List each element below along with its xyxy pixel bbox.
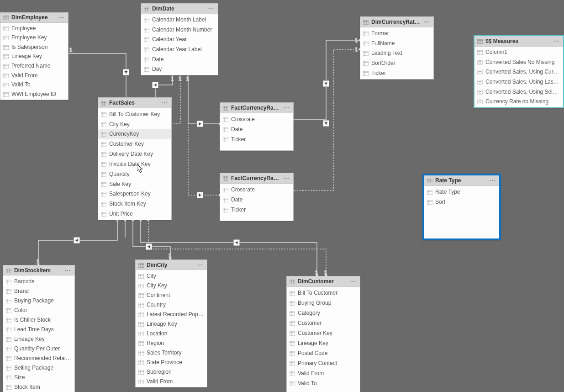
field-row[interactable]: Unit Price xyxy=(98,209,171,219)
table-header[interactable]: DimCustomer ··· xyxy=(287,276,360,287)
field-row[interactable]: Converted Sales, Using Current ... xyxy=(474,67,563,77)
field-row[interactable]: Selling Package xyxy=(3,363,74,372)
table-menu-button[interactable]: ··· xyxy=(423,19,431,25)
field-row[interactable]: City xyxy=(136,271,207,281)
field-row[interactable]: Employee Key xyxy=(0,33,68,42)
table-header[interactable]: $$ Measures ··· xyxy=(474,36,563,47)
table-header[interactable]: DimCity ··· xyxy=(136,260,207,270)
field-row[interactable]: Date xyxy=(220,124,293,134)
table-header[interactable]: FactSales ··· xyxy=(98,98,171,108)
table-dimemployee[interactable]: DimEmployee ··· EmployeeEmployee KeyIs S… xyxy=(0,12,69,100)
field-row[interactable]: Employee xyxy=(0,24,68,33)
table-ratetype[interactable]: Rate Type ··· Rate TypeSort xyxy=(422,174,501,240)
table-dimdate[interactable]: DimDate ··· Calendar Month LabelCalendar… xyxy=(141,3,218,75)
field-row[interactable]: Converted Sales, Using Last Rep... xyxy=(474,77,563,87)
field-row[interactable]: Date xyxy=(141,54,218,64)
field-row[interactable]: Valid To xyxy=(0,80,68,90)
field-row[interactable]: Customer xyxy=(287,318,360,328)
field-row[interactable]: Converted Sales, Using Selected... xyxy=(474,87,563,97)
field-row[interactable]: Customer Key xyxy=(287,328,360,338)
table-dimcurrencyrates[interactable]: DimCurrencyRates ··· FormatFullNameLeadi… xyxy=(360,16,434,79)
field-row[interactable]: Stock Item xyxy=(3,382,74,392)
field-row[interactable]: Lineage Key xyxy=(0,52,68,61)
field-row[interactable]: Valid To xyxy=(287,378,360,388)
field-row[interactable]: Bill To Customer Key xyxy=(98,109,171,119)
field-row[interactable]: Salesperson Key xyxy=(98,189,171,199)
table-factcurrencyrates[interactable]: FactCurrencyRates ··· CrossrateDateTicke… xyxy=(220,102,294,151)
table-menu-button[interactable]: ··· xyxy=(349,278,357,285)
field-row[interactable]: Valid From xyxy=(0,70,68,80)
field-row[interactable]: Quantity xyxy=(98,169,171,179)
field-row[interactable]: Preferred Name xyxy=(0,61,68,71)
field-row[interactable]: Country xyxy=(136,300,207,309)
table-header[interactable]: DimEmployee ··· xyxy=(0,13,68,23)
field-row[interactable]: Sort xyxy=(424,197,499,207)
field-row[interactable]: Currency Rate no Missing xyxy=(474,96,563,106)
field-row[interactable]: Calendar Year xyxy=(141,35,218,45)
field-row[interactable]: Lineage Key xyxy=(287,338,360,348)
table-menu-button[interactable]: ··· xyxy=(283,175,290,181)
field-row[interactable]: WWI Employee ID xyxy=(0,89,68,99)
table-header[interactable]: FactCurrencyRates ··· xyxy=(220,103,293,113)
table-header[interactable]: DimStockItem ··· xyxy=(3,265,74,275)
field-row[interactable]: Leading Text xyxy=(360,48,433,58)
field-row[interactable]: Lead Time Days xyxy=(3,324,74,334)
field-row[interactable]: City Key xyxy=(136,281,207,290)
field-row[interactable]: Calendar Month Label xyxy=(141,15,218,25)
table-menu-button[interactable]: ··· xyxy=(161,100,169,106)
field-row[interactable]: Postal Code xyxy=(287,348,360,358)
field-row[interactable]: Day xyxy=(141,64,218,74)
field-row[interactable]: Crossrate xyxy=(220,185,293,195)
field-row[interactable]: Color xyxy=(3,305,74,315)
table-menu-button[interactable]: ··· xyxy=(196,262,204,268)
table-menu-button[interactable]: ··· xyxy=(207,5,215,12)
field-row[interactable]: City Key xyxy=(98,119,171,129)
field-row[interactable]: Column1 xyxy=(474,48,563,58)
table-header[interactable]: DimDate ··· xyxy=(141,4,218,14)
field-row[interactable]: Primary Contact xyxy=(287,358,360,368)
table-factcurrencyrates-b[interactable]: FactCurrencyRates... ··· CrossrateDateTi… xyxy=(220,173,294,221)
table-measures[interactable]: $$ Measures ··· Column1Converted Sales N… xyxy=(474,35,564,108)
field-row[interactable]: Subregion xyxy=(136,367,207,376)
field-row[interactable]: SortOrder xyxy=(360,58,433,68)
field-row[interactable]: Calendar Month Number xyxy=(141,25,218,35)
table-menu-button[interactable]: ··· xyxy=(58,14,65,21)
table-menu-button[interactable]: ··· xyxy=(553,38,560,44)
field-row[interactable]: Valid From xyxy=(287,368,360,378)
field-row[interactable]: Size xyxy=(3,372,74,382)
field-row[interactable]: Converted Sales No Missing xyxy=(474,57,563,67)
table-header[interactable]: DimCurrencyRates ··· xyxy=(360,17,433,27)
field-row[interactable]: Brand xyxy=(3,286,74,296)
field-row[interactable]: Quantity Per Outer xyxy=(3,344,74,353)
table-factsales[interactable]: FactSales ··· Bill To Customer KeyCity K… xyxy=(98,97,172,220)
field-row[interactable]: Customer Key xyxy=(98,139,171,149)
field-row[interactable]: Buying Package xyxy=(3,296,74,305)
table-menu-button[interactable]: ··· xyxy=(64,267,72,274)
field-row[interactable]: Bill To Customer xyxy=(287,288,360,298)
field-row[interactable]: Lineage Key xyxy=(136,319,207,328)
field-row[interactable]: Is Chiller Stock xyxy=(3,315,74,324)
table-dimstockitem[interactable]: DimStockItem ··· BarcodeBrandBuying Pack… xyxy=(3,265,75,392)
field-row[interactable]: Ticker xyxy=(220,134,293,144)
table-header[interactable]: FactCurrencyRates... ··· xyxy=(220,173,293,184)
field-row[interactable]: State Province xyxy=(136,357,207,367)
field-row[interactable]: Location xyxy=(136,328,207,338)
field-row[interactable]: Buying Group xyxy=(287,298,360,308)
field-row[interactable]: Sale Key xyxy=(98,179,171,189)
field-row[interactable]: Delivery Date Key xyxy=(98,149,171,159)
field-row[interactable]: Ticker xyxy=(220,205,293,215)
field-row[interactable]: Calendar Year Label xyxy=(141,44,218,54)
model-diagram-canvas[interactable]: { "tables": { "dimEmployee": { "title": … xyxy=(0,0,564,392)
field-row[interactable]: CurencyKey xyxy=(98,129,171,139)
table-menu-button[interactable]: ··· xyxy=(283,105,290,111)
field-row[interactable]: Format xyxy=(360,28,433,38)
field-row[interactable]: Sales Territory xyxy=(136,348,207,357)
field-row[interactable]: Valid From xyxy=(136,376,207,386)
field-row[interactable]: Recommended Retail Price xyxy=(3,353,74,363)
field-row[interactable]: Rate Type xyxy=(424,187,499,197)
table-dimcustomer[interactable]: DimCustomer ··· Bill To CustomerBuying G… xyxy=(286,276,360,392)
table-header[interactable]: Rate Type ··· xyxy=(424,175,499,186)
field-row[interactable]: Is Salesperson xyxy=(0,42,68,52)
field-row[interactable]: Latest Recorded Populati... xyxy=(136,309,207,319)
field-row[interactable]: Invoice Date Key xyxy=(98,159,171,169)
